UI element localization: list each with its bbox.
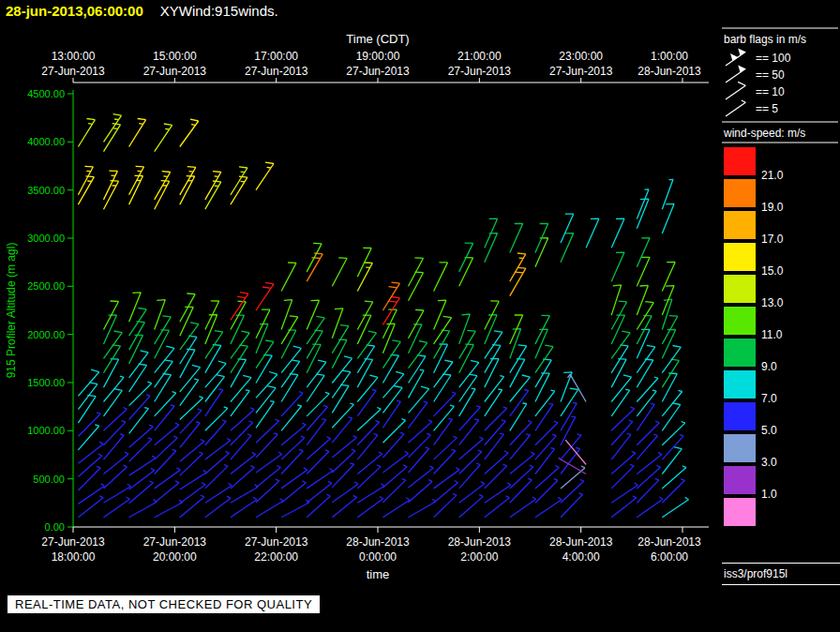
wind-barb bbox=[205, 496, 231, 518]
colorbar-swatch bbox=[724, 434, 756, 462]
wind-barb bbox=[256, 386, 276, 414]
wind-barb bbox=[357, 359, 372, 387]
wind-barb bbox=[205, 361, 226, 387]
wind-barb bbox=[104, 465, 128, 489]
bottom-tick-date: 28-Jun-2013 bbox=[638, 535, 701, 549]
wind-barb bbox=[155, 346, 174, 373]
wind-barb bbox=[409, 386, 429, 413]
flag-100-icon bbox=[730, 53, 738, 61]
wind-barb bbox=[205, 420, 227, 445]
wind-barb bbox=[459, 463, 481, 489]
wind-barb bbox=[78, 425, 98, 450]
wind-barb bbox=[256, 499, 283, 518]
wind-barb bbox=[459, 314, 471, 344]
y-tick-label: 3500.00 bbox=[27, 185, 65, 196]
wind-barb bbox=[104, 331, 123, 358]
top-axis: 13:00:0027-Jun-201315:00:0027-Jun-201317… bbox=[41, 32, 709, 83]
wind-barb bbox=[434, 344, 448, 373]
wind-barb bbox=[78, 395, 96, 423]
bottom-axis: 27-Jun-201318:00:0027-Jun-201320:00:0027… bbox=[41, 527, 709, 581]
wind-barb bbox=[510, 403, 527, 430]
colorbar-swatch bbox=[724, 339, 756, 367]
wind-barb bbox=[637, 285, 648, 315]
wind-barb bbox=[662, 179, 673, 209]
colorbar-swatch bbox=[724, 179, 756, 207]
colorbar-label: 21.0 bbox=[761, 169, 784, 182]
y-axis: 0.00500.001000.001500.002000.002500.0030… bbox=[5, 88, 73, 533]
barb-legend-value: == 100 bbox=[756, 52, 791, 65]
wind-barb bbox=[281, 405, 302, 430]
wind-barb bbox=[611, 285, 622, 315]
wind-barb bbox=[459, 450, 482, 474]
wind-barb bbox=[485, 496, 510, 518]
wind-barb bbox=[434, 300, 446, 329]
wind-barb bbox=[434, 360, 453, 387]
wind-barb bbox=[485, 233, 498, 263]
wind-barb bbox=[307, 344, 321, 373]
wind-barb bbox=[535, 434, 557, 459]
wind-barb bbox=[205, 331, 223, 359]
wind-barb bbox=[104, 315, 117, 344]
app-window: 28-jun-2013,06:00:00XYWind:915winds. 0.0… bbox=[0, 0, 840, 632]
wind-barb bbox=[459, 419, 479, 445]
bottom-tick-time: 22:00:00 bbox=[254, 550, 298, 564]
wind-barb bbox=[180, 483, 205, 504]
wind-barb bbox=[307, 481, 332, 503]
wind-barb bbox=[332, 356, 352, 384]
wind-barb bbox=[611, 331, 630, 358]
wind-barb bbox=[231, 375, 251, 401]
bottom-tick-date: 28-Jun-2013 bbox=[549, 535, 613, 549]
wind-barb bbox=[104, 376, 125, 401]
wind-barb bbox=[155, 500, 183, 518]
wind-barb bbox=[357, 465, 381, 489]
wind-barb bbox=[662, 390, 682, 416]
y-tick-label: 1500.00 bbox=[27, 377, 65, 388]
wind-barb bbox=[510, 267, 526, 295]
wind-barb bbox=[129, 469, 155, 490]
flag-100-icon bbox=[738, 48, 745, 55]
wind-barb bbox=[510, 359, 525, 388]
wind-barb bbox=[485, 331, 502, 359]
wind-barb bbox=[129, 364, 147, 392]
wind-barb bbox=[637, 329, 650, 358]
wind-barb bbox=[78, 369, 98, 396]
wind-barb bbox=[535, 390, 555, 416]
wind-barb bbox=[382, 400, 400, 428]
wind-barb bbox=[78, 466, 100, 490]
y-tick-label: 3000.00 bbox=[27, 233, 65, 244]
wind-barb bbox=[231, 466, 254, 489]
wind-barb bbox=[281, 436, 305, 459]
wind-barb bbox=[535, 329, 548, 358]
wind-barb bbox=[129, 382, 152, 406]
wind-barb bbox=[434, 405, 455, 430]
wind-barb bbox=[357, 434, 378, 459]
wind-barb bbox=[485, 389, 502, 416]
colorbar-label: 11.0 bbox=[761, 328, 783, 341]
wind-barb bbox=[485, 359, 499, 388]
wind-barb bbox=[662, 403, 681, 430]
wind-barb bbox=[256, 401, 275, 429]
wind-barb bbox=[256, 282, 274, 310]
barb-legend-title: barb flags in m/s bbox=[724, 33, 806, 46]
wind-barb bbox=[485, 315, 497, 344]
colorbar-title: wind-speed: m/s bbox=[723, 127, 805, 140]
top-tick-time: 23:00:00 bbox=[559, 50, 603, 63]
wind-barb bbox=[332, 463, 353, 488]
wind-barb bbox=[129, 351, 149, 378]
colorbar-swatch bbox=[724, 275, 756, 303]
y-tick-label: 4000.00 bbox=[27, 136, 65, 147]
wind-barb bbox=[155, 124, 172, 152]
wind-barb bbox=[611, 252, 624, 281]
wind-barb bbox=[180, 119, 199, 146]
wind-barb bbox=[231, 434, 251, 459]
wind-barb bbox=[104, 389, 123, 416]
wind-barb bbox=[281, 300, 292, 330]
wind-barb bbox=[281, 392, 303, 416]
colorbar-label: 5.0 bbox=[761, 424, 777, 437]
top-tick-date: 28-Jun-2013 bbox=[638, 65, 701, 78]
wind-barb bbox=[332, 339, 347, 369]
wind-barb bbox=[434, 418, 453, 444]
y-axis-title: 915 Profiler Altitude (m agl) bbox=[5, 243, 18, 379]
wind-barb bbox=[256, 466, 280, 488]
wind-barb bbox=[281, 449, 303, 474]
